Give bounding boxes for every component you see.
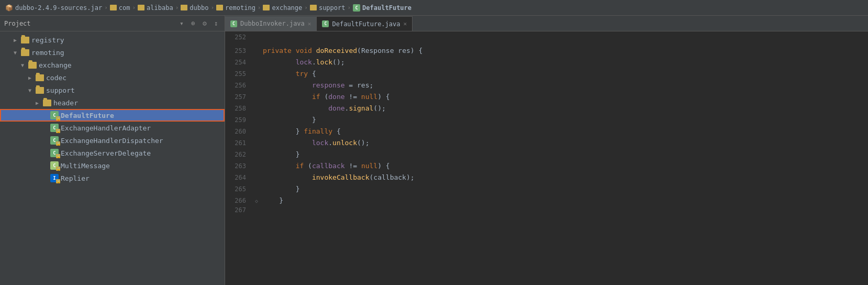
tree-label-esd: ExchangeServerDelegate [61,149,151,157]
lock-badge-ehd: 🔒 [56,141,60,146]
code-line-263: 263 if (callback != null) { [225,160,868,172]
tree-label-support: support [46,86,75,94]
code-area[interactable]: 252 253 private void doReceived(Response… [225,31,868,285]
panel-title: Project [4,20,31,27]
tree-label-ehd: ExchangeHandlerDispatcher [61,137,163,145]
tree-label-remoting: remoting [31,49,64,57]
tree-item-exchangeserverdelegate[interactable]: C 🔒 ExchangeServerDelegate [0,147,225,159]
breadcrumb-jar-label[interactable]: dubbo-2.4.9-sources.jar [15,4,102,12]
breadcrumb-sep-2: › [175,4,179,11]
tree-label-codec: codec [46,74,66,82]
breadcrumb-remoting[interactable]: remoting [225,4,255,12]
tree-item-support[interactable]: ▼ support [0,84,225,96]
tab-defaultfuture[interactable]: C DefaultFuture.java ✕ [317,16,413,31]
lock-badge-esd: 🔒 [56,154,60,158]
line-content-256: response = res; [261,80,373,91]
breadcrumb-folder-icon-2 [181,5,187,10]
tab-close-dubboinvoker[interactable]: ✕ [308,20,311,27]
breadcrumb-alibaba[interactable]: alibaba [147,4,173,12]
tree-item-replier[interactable]: I 🔒 Replier [0,172,225,184]
expand-arrow-remoting[interactable]: ▼ [12,50,19,56]
lock-badge-mm: 🔒 [56,167,60,171]
line-num-261: 261 [225,139,252,147]
breadcrumb-bar: 📦 dubbo-2.4.9-sources.jar › com › alibab… [0,0,868,16]
line-content-262: } [261,149,299,160]
line-content-253: private void doReceived(Response res) { [261,45,422,57]
breadcrumb-jar[interactable]: 📦 [5,4,13,12]
tree-panel: ▶ registry ▼ remoting ▼ exchange [0,31,225,285]
expand-arrow-registry[interactable]: ▶ [12,37,19,43]
code-line-253: 253 private void doReceived(Response res… [225,45,868,57]
tree-label-defaultfuture: DefaultFuture [61,112,114,119]
class-icon-mm: C 🔒 [50,161,59,170]
breadcrumb-sep-5: › [304,4,308,11]
breadcrumb-exchange[interactable]: exchange [272,4,302,12]
line-content-261: lock.unlock(); [261,137,370,149]
tree-item-codec[interactable]: ▶ codec [0,71,225,84]
breadcrumb-folder-icon-0 [110,5,117,10]
tree-item-exchangehandleradapter[interactable]: C 🔒 ExchangeHandlerAdapter [0,122,225,134]
line-content-255: try { [261,68,316,80]
line-content-264: invokeCallback(callback); [261,172,415,183]
code-line-265: 265 } [225,183,868,195]
tab-close-defaultfuture[interactable]: ✕ [404,20,407,27]
line-num-267: 267 [225,206,252,214]
expand-arrow-codec[interactable]: ▶ [26,75,34,81]
code-line-260: 260 } finally { [225,126,868,137]
breadcrumb-dubbo[interactable]: dubbo [190,4,208,12]
line-num-253: 253 [225,47,252,54]
code-line-267: 267 [225,206,868,218]
breadcrumb-com[interactable]: com [119,4,130,12]
class-icon-eha: C 🔒 [50,124,59,132]
breadcrumb-sep-1: › [132,4,136,11]
lock-badge-eha: 🔒 [56,129,60,133]
expand-arrow-support[interactable]: ▼ [26,87,34,93]
tree-item-registry[interactable]: ▶ registry [0,34,225,46]
line-num-262: 262 [225,151,252,158]
folder-icon-support [36,87,44,94]
dropdown-icon[interactable]: ▾ [177,19,186,28]
line-num-266: 266 [225,197,252,204]
editor-panel: C DubboInvoker.java ✕ C DefaultFuture.ja… [225,16,868,285]
lock-badge-replier: 🔒 [56,179,60,183]
tree-item-exchange[interactable]: ▼ exchange [0,59,225,71]
folder-icon-exchange [28,62,37,69]
breadcrumb-sep-6: › [347,4,351,11]
expand-arrow-exchange[interactable]: ▼ [19,62,26,68]
breadcrumb-folder-icon-5 [310,5,317,10]
line-content-259: } [261,114,316,126]
code-line-256: 256 response = res; [225,80,868,91]
tree-item-multimessage[interactable]: C 🔒 MultiMessage [0,159,225,172]
target-icon[interactable]: ⊕ [189,19,197,28]
class-icon-replier: I 🔒 [50,174,59,182]
main-layout: Project ▾ ⊕ ⚙ ↕ ▶ registry ▼ remoting [0,16,868,285]
gutter-266: ◇ [252,198,261,204]
line-num-259: 259 [225,116,252,124]
line-content-266: } [261,195,283,206]
code-line-264: 264 invokeCallback(callback); [225,172,868,183]
line-num-263: 263 [225,162,252,170]
expand-arrow-header[interactable]: ▶ [34,100,41,106]
filter-icon[interactable]: ↕ [212,19,220,28]
breadcrumb-support[interactable]: support [319,4,346,12]
line-num-258: 258 [225,105,252,112]
breadcrumb-defaultfuture[interactable]: DefaultFuture [362,4,411,12]
folder-icon-registry [21,37,29,43]
tab-icon-defaultfuture: C [322,20,329,27]
code-line-259: 259 } [225,114,868,126]
tree-item-remoting[interactable]: ▼ remoting [0,46,225,59]
line-num-256: 256 [225,82,252,89]
line-content-265: } [261,183,299,195]
tree-item-exchangehandlerdispatcher[interactable]: C 🔒 ExchangeHandlerDispatcher [0,134,225,147]
tab-dubboinvoker[interactable]: C DubboInvoker.java ✕ [225,16,317,31]
code-line-258: 258 done.signal(); [225,103,868,114]
breadcrumb-sep-3: › [210,4,214,11]
folder-icon-codec [36,74,44,81]
settings-icon[interactable]: ⚙ [201,19,209,28]
tree-item-header[interactable]: ▶ header [0,96,225,109]
tree-label-header: header [53,99,78,107]
tree-item-defaultfuture[interactable]: C 🔒 DefaultFuture [0,109,225,122]
line-content-263: if (callback != null) { [261,160,390,172]
line-num-257: 257 [225,93,252,101]
code-line-254: 254 lock.lock(); [225,57,868,68]
